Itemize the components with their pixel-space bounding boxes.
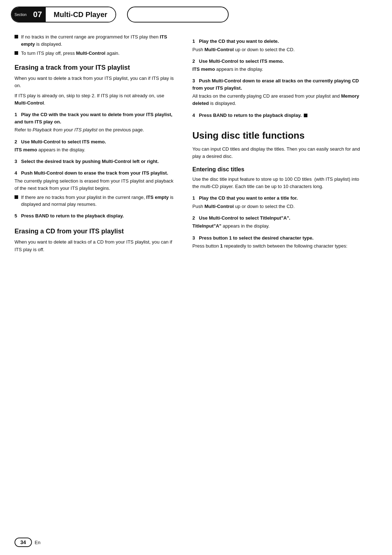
footer: 34 En bbox=[0, 538, 392, 547]
erase-cd-step3-heading: 3 Push Multi-Control down to erase all t… bbox=[192, 77, 363, 91]
step4-bullet: If there are no tracks from your playlis… bbox=[15, 194, 174, 208]
step4-bullet-text: If there are no tracks from your playlis… bbox=[21, 194, 174, 208]
erasing-cd-heading: Erasing a CD from your ITS playlist bbox=[15, 227, 174, 236]
header: Section 07 Multi-CD Player bbox=[0, 0, 392, 26]
section-title: Multi-CD Player bbox=[46, 7, 115, 22]
erasing-track-heading: Erasing a track from your ITS playlist bbox=[15, 64, 174, 72]
page-number-box: 34 bbox=[15, 538, 32, 547]
step4-track-heading: 4 Push Multi-Control down to erase the t… bbox=[15, 170, 174, 177]
enter-step2-heading: 2 Use Multi-Control to select TitleInput… bbox=[192, 215, 363, 222]
page-number: 34 bbox=[20, 539, 26, 545]
bullet-square-icon bbox=[15, 35, 18, 38]
content: If no tracks in the current range are pr… bbox=[0, 26, 392, 256]
left-column: If no tracks in the current range are pr… bbox=[0, 33, 185, 256]
section-label-text: Section bbox=[15, 13, 26, 17]
disc-title-intro: You can input CD titles and display the … bbox=[192, 146, 363, 160]
erasing-cd-intro: When you want to delete all tracks of a … bbox=[15, 238, 174, 253]
erasing-track-intro2: If ITS play is already on, skip to step … bbox=[15, 92, 174, 107]
section-number: 07 bbox=[29, 7, 45, 22]
bullet-square-icon-2 bbox=[15, 51, 18, 55]
bullet-text-1: If no tracks in the current range are pr… bbox=[21, 33, 174, 48]
enter-step2-body: TitleInput"A" appears in the display. bbox=[192, 223, 363, 230]
erasing-track-intro: When you want to delete a track from you… bbox=[15, 75, 174, 89]
section-label: Section bbox=[12, 7, 29, 22]
step5-track-heading: 5 Press BAND to return to the playback d… bbox=[15, 212, 174, 220]
erase-cd-step1-body: Push Multi-Control up or down to select … bbox=[192, 46, 363, 53]
enter-step3-body: Press button 1 repeatedly to switch betw… bbox=[192, 242, 363, 250]
intro-bullets: If no tracks in the current range are pr… bbox=[15, 33, 174, 57]
step1-track-heading: 1 Play the CD with the track you want to… bbox=[15, 111, 174, 125]
language-label: En bbox=[35, 540, 41, 545]
disc-title-heading: Using disc title functions bbox=[192, 130, 363, 142]
bullet-item-2: To turn ITS play off, press Multi-Contro… bbox=[15, 50, 174, 57]
erase-cd-step4-heading: 4 Press BAND to return to the playback d… bbox=[192, 112, 363, 119]
step4-track-body: The currently playing selection is erase… bbox=[15, 177, 174, 192]
bullet-text-2: To turn ITS play off, press Multi-Contro… bbox=[21, 50, 119, 57]
right-column: 1 Play the CD that you want to delete. P… bbox=[185, 33, 377, 256]
page: Section 07 Multi-CD Player If no tracks … bbox=[0, 0, 392, 555]
bullet-item-1: If no tracks in the current range are pr… bbox=[15, 33, 174, 48]
enter-step3-heading: 3 Press button 1 to select the desired c… bbox=[192, 234, 363, 242]
step2-track-heading: 2 Use Multi-Control to select ITS memo. bbox=[15, 138, 174, 146]
step3-track-heading: 3 Select the desired track by pushing Mu… bbox=[15, 158, 174, 165]
section-box: Section 07 Multi-CD Player bbox=[11, 7, 116, 23]
erase-cd-step2-heading: 2 Use Multi-Control to select ITS memo. bbox=[192, 58, 363, 65]
enter-step1-body: Push Multi-Control up or down to select … bbox=[192, 203, 363, 210]
entering-disc-intro: Use the disc title input feature to stor… bbox=[192, 176, 363, 190]
step4-bullet-icon bbox=[15, 195, 18, 199]
erase-cd-step1-heading: 1 Play the CD that you want to delete. bbox=[192, 38, 363, 45]
step2-track-body: ITS memo appears in the display. bbox=[15, 146, 174, 154]
header-right-box bbox=[127, 7, 229, 23]
erase-cd-step3-body: All tracks on the currently playing CD a… bbox=[192, 93, 363, 107]
stop-icon bbox=[304, 114, 307, 117]
step1-track-body: Refer to Playback from your ITS playlist… bbox=[15, 126, 174, 134]
entering-disc-heading: Entering disc titles bbox=[192, 166, 363, 174]
erase-cd-step2-body: ITS memo appears in the display. bbox=[192, 66, 363, 73]
enter-step1-heading: 1 Play the CD that you want to enter a t… bbox=[192, 195, 363, 202]
